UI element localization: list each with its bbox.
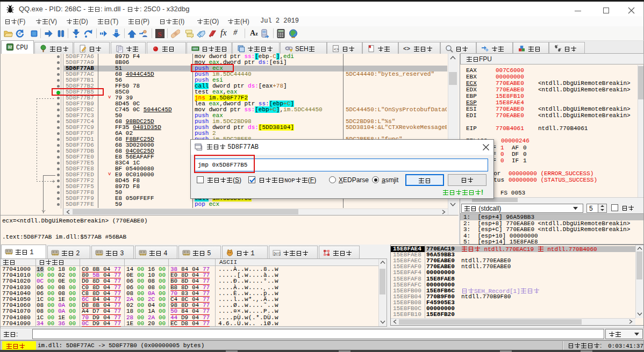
svg-text:[x=]: [x=] xyxy=(274,251,280,256)
svg-text:<>: <> xyxy=(334,47,339,52)
svg-text:<>: <> xyxy=(403,45,410,52)
svg-text:S: S xyxy=(158,30,162,38)
svg-text:32: 32 xyxy=(8,45,12,49)
